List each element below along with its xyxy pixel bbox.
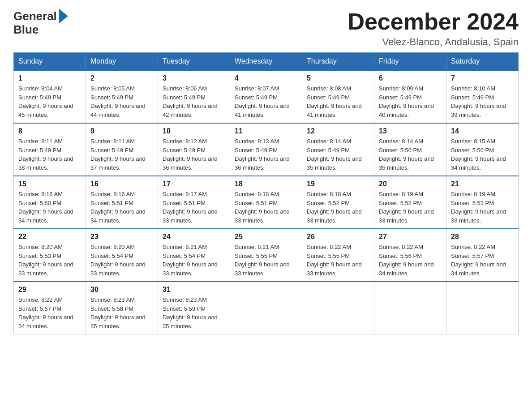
- day-cell-6: 6 Sunrise: 8:09 AM Sunset: 5:49 PM Dayli…: [374, 70, 446, 123]
- day-number: 5: [307, 74, 369, 82]
- day-info: Sunrise: 8:22 AM Sunset: 5:57 PM Dayligh…: [18, 295, 81, 330]
- day-info: Sunrise: 8:18 AM Sunset: 5:51 PM Dayligh…: [235, 190, 297, 225]
- day-cell-23: 23 Sunrise: 8:20 AM Sunset: 5:54 PM Dayl…: [86, 229, 158, 282]
- day-cell-18: 18 Sunrise: 8:18 AM Sunset: 5:51 PM Dayl…: [230, 176, 302, 229]
- day-number: 20: [379, 180, 442, 188]
- day-info: Sunrise: 8:16 AM Sunset: 5:51 PM Dayligh…: [90, 190, 153, 225]
- day-info: Sunrise: 8:17 AM Sunset: 5:51 PM Dayligh…: [163, 190, 225, 225]
- empty-cell-w4-d3: [230, 282, 302, 334]
- day-cell-7: 7 Sunrise: 8:10 AM Sunset: 5:49 PM Dayli…: [446, 70, 519, 123]
- day-cell-24: 24 Sunrise: 8:21 AM Sunset: 5:54 PM Dayl…: [158, 229, 230, 282]
- day-number: 10: [163, 127, 225, 135]
- day-cell-31: 31 Sunrise: 8:23 AM Sunset: 5:59 PM Dayl…: [158, 282, 230, 334]
- day-info: Sunrise: 8:21 AM Sunset: 5:54 PM Dayligh…: [163, 243, 225, 278]
- logo: General Blue: [13, 9, 69, 36]
- empty-cell-w4-d4: [302, 282, 374, 334]
- day-number: 7: [451, 74, 514, 82]
- day-cell-10: 10 Sunrise: 8:12 AM Sunset: 5:49 PM Dayl…: [158, 123, 230, 176]
- calendar-table: Sunday Monday Tuesday Wednesday Thursday…: [13, 52, 519, 334]
- day-cell-15: 15 Sunrise: 8:16 AM Sunset: 5:50 PM Dayl…: [14, 176, 86, 229]
- day-number: 16: [90, 180, 153, 188]
- logo-triangle-icon: [59, 9, 68, 23]
- day-info: Sunrise: 8:10 AM Sunset: 5:49 PM Dayligh…: [451, 84, 514, 119]
- day-info: Sunrise: 8:07 AM Sunset: 5:49 PM Dayligh…: [235, 84, 297, 119]
- col-sunday: Sunday: [14, 53, 86, 71]
- day-cell-20: 20 Sunrise: 8:19 AM Sunset: 5:52 PM Dayl…: [374, 176, 446, 229]
- day-cell-11: 11 Sunrise: 8:13 AM Sunset: 5:49 PM Dayl…: [230, 123, 302, 176]
- day-number: 25: [235, 233, 297, 241]
- day-number: 26: [307, 233, 369, 241]
- col-thursday: Thursday: [302, 53, 374, 71]
- day-info: Sunrise: 8:15 AM Sunset: 5:50 PM Dayligh…: [451, 137, 514, 172]
- day-cell-8: 8 Sunrise: 8:11 AM Sunset: 5:49 PM Dayli…: [14, 123, 86, 176]
- day-cell-3: 3 Sunrise: 8:06 AM Sunset: 5:49 PM Dayli…: [158, 70, 230, 123]
- day-cell-5: 5 Sunrise: 8:08 AM Sunset: 5:49 PM Dayli…: [302, 70, 374, 123]
- day-cell-22: 22 Sunrise: 8:20 AM Sunset: 5:53 PM Dayl…: [14, 229, 86, 282]
- day-info: Sunrise: 8:22 AM Sunset: 5:56 PM Dayligh…: [379, 243, 442, 278]
- location: Velez-Blanco, Andalusia, Spain: [348, 36, 519, 48]
- day-number: 11: [235, 127, 297, 135]
- day-cell-2: 2 Sunrise: 8:05 AM Sunset: 5:49 PM Dayli…: [86, 70, 158, 123]
- day-number: 30: [90, 286, 153, 294]
- day-info: Sunrise: 8:14 AM Sunset: 5:50 PM Dayligh…: [379, 137, 442, 172]
- day-number: 24: [163, 233, 225, 241]
- week-row-4: 22 Sunrise: 8:20 AM Sunset: 5:53 PM Dayl…: [14, 229, 519, 282]
- day-info: Sunrise: 8:19 AM Sunset: 5:53 PM Dayligh…: [451, 190, 514, 225]
- day-info: Sunrise: 8:16 AM Sunset: 5:50 PM Dayligh…: [18, 190, 81, 225]
- day-info: Sunrise: 8:08 AM Sunset: 5:49 PM Dayligh…: [307, 84, 369, 119]
- day-info: Sunrise: 8:11 AM Sunset: 5:49 PM Dayligh…: [18, 137, 81, 172]
- day-info: Sunrise: 8:23 AM Sunset: 5:58 PM Dayligh…: [90, 295, 153, 330]
- empty-cell-w4-d6: [446, 282, 519, 334]
- week-row-1: 1 Sunrise: 8:04 AM Sunset: 5:49 PM Dayli…: [14, 70, 519, 123]
- logo-text-general: General: [13, 10, 57, 23]
- col-friday: Friday: [374, 53, 446, 71]
- day-cell-19: 19 Sunrise: 8:18 AM Sunset: 5:52 PM Dayl…: [302, 176, 374, 229]
- day-number: 14: [451, 127, 514, 135]
- day-cell-9: 9 Sunrise: 8:11 AM Sunset: 5:49 PM Dayli…: [86, 123, 158, 176]
- day-number: 27: [379, 233, 442, 241]
- day-cell-30: 30 Sunrise: 8:23 AM Sunset: 5:58 PM Dayl…: [86, 282, 158, 334]
- day-info: Sunrise: 8:06 AM Sunset: 5:49 PM Dayligh…: [163, 84, 225, 119]
- day-cell-16: 16 Sunrise: 8:16 AM Sunset: 5:51 PM Dayl…: [86, 176, 158, 229]
- day-info: Sunrise: 8:14 AM Sunset: 5:49 PM Dayligh…: [307, 137, 369, 172]
- day-number: 2: [90, 74, 153, 82]
- day-info: Sunrise: 8:20 AM Sunset: 5:54 PM Dayligh…: [90, 243, 153, 278]
- day-cell-27: 27 Sunrise: 8:22 AM Sunset: 5:56 PM Dayl…: [374, 229, 446, 282]
- day-number: 15: [18, 180, 81, 188]
- day-cell-1: 1 Sunrise: 8:04 AM Sunset: 5:49 PM Dayli…: [14, 70, 86, 123]
- calendar-header-row: Sunday Monday Tuesday Wednesday Thursday…: [14, 53, 519, 71]
- day-info: Sunrise: 8:18 AM Sunset: 5:52 PM Dayligh…: [307, 190, 369, 225]
- day-cell-4: 4 Sunrise: 8:07 AM Sunset: 5:49 PM Dayli…: [230, 70, 302, 123]
- day-info: Sunrise: 8:13 AM Sunset: 5:49 PM Dayligh…: [235, 137, 297, 172]
- day-number: 6: [379, 74, 442, 82]
- week-row-5: 29 Sunrise: 8:22 AM Sunset: 5:57 PM Dayl…: [14, 282, 519, 334]
- day-cell-25: 25 Sunrise: 8:21 AM Sunset: 5:55 PM Dayl…: [230, 229, 302, 282]
- day-info: Sunrise: 8:20 AM Sunset: 5:53 PM Dayligh…: [18, 243, 81, 278]
- day-number: 3: [163, 74, 225, 82]
- col-monday: Monday: [86, 53, 158, 71]
- day-number: 19: [307, 180, 369, 188]
- day-cell-13: 13 Sunrise: 8:14 AM Sunset: 5:50 PM Dayl…: [374, 123, 446, 176]
- day-cell-12: 12 Sunrise: 8:14 AM Sunset: 5:49 PM Dayl…: [302, 123, 374, 176]
- month-title: December 2024: [348, 9, 519, 34]
- day-info: Sunrise: 8:12 AM Sunset: 5:49 PM Dayligh…: [163, 137, 225, 172]
- day-number: 29: [18, 286, 81, 294]
- day-info: Sunrise: 8:22 AM Sunset: 5:55 PM Dayligh…: [307, 243, 369, 278]
- day-number: 18: [235, 180, 297, 188]
- title-section: December 2024 Velez-Blanco, Andalusia, S…: [348, 9, 519, 48]
- day-cell-29: 29 Sunrise: 8:22 AM Sunset: 5:57 PM Dayl…: [14, 282, 86, 334]
- day-number: 21: [451, 180, 514, 188]
- day-info: Sunrise: 8:05 AM Sunset: 5:49 PM Dayligh…: [90, 84, 153, 119]
- day-info: Sunrise: 8:22 AM Sunset: 5:57 PM Dayligh…: [451, 243, 514, 278]
- day-info: Sunrise: 8:09 AM Sunset: 5:49 PM Dayligh…: [379, 84, 442, 119]
- day-info: Sunrise: 8:19 AM Sunset: 5:52 PM Dayligh…: [379, 190, 442, 225]
- day-number: 28: [451, 233, 514, 241]
- day-info: Sunrise: 8:23 AM Sunset: 5:59 PM Dayligh…: [163, 295, 225, 330]
- day-number: 17: [163, 180, 225, 188]
- day-number: 1: [18, 74, 81, 82]
- day-cell-26: 26 Sunrise: 8:22 AM Sunset: 5:55 PM Dayl…: [302, 229, 374, 282]
- day-number: 22: [18, 233, 81, 241]
- day-number: 4: [235, 74, 297, 82]
- day-number: 13: [379, 127, 442, 135]
- empty-cell-w4-d5: [374, 282, 446, 334]
